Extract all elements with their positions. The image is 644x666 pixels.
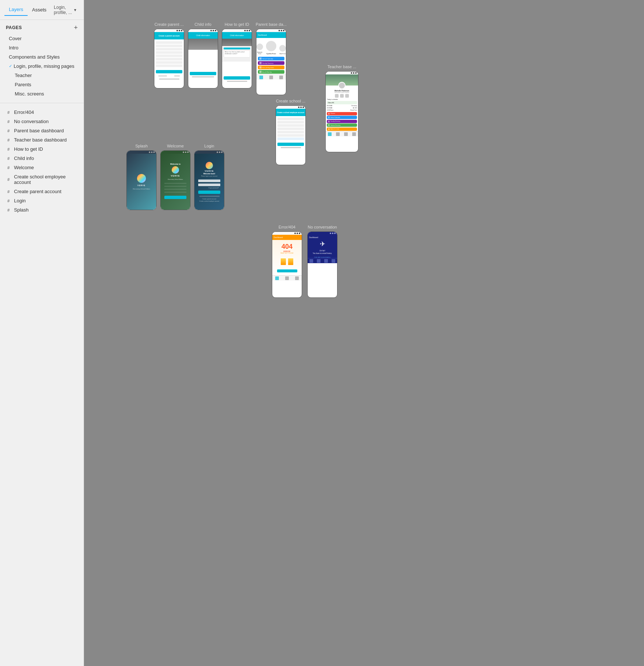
how-to-get-id-phone-group: How to get ID Child information Where Ca…	[222, 22, 252, 88]
frame-icon-10: #	[6, 198, 11, 203]
frame-icon-5: #	[6, 147, 11, 152]
middle-right-row: Create school ... Create a school employ…	[276, 99, 306, 165]
layer-create-school[interactable]: # Create school employee account	[0, 172, 84, 187]
teacher-avatar	[338, 82, 346, 89]
error404-frame: Dashboard 404 ERROR PAGE NOT FOUND	[272, 231, 302, 298]
child-info-content: Child information	[188, 32, 218, 88]
page-item-components[interactable]: Components and Styles	[6, 52, 78, 62]
how-to-get-id-label: How to get ID	[225, 22, 249, 27]
no-conversation-frame: Dashboard ✈ Oh No!!You have no email his…	[307, 231, 337, 298]
error404-label: Error/404	[279, 225, 295, 229]
login-frame: VERVE Welcome back! Please login to your…	[194, 150, 224, 210]
frame-icon: #	[6, 110, 11, 115]
signup-button	[156, 70, 182, 73]
add-page-button[interactable]: +	[74, 24, 78, 31]
child-info-header: Child information	[188, 32, 218, 39]
frame-icon-6: #	[6, 156, 11, 161]
login-label: Login	[204, 144, 214, 148]
frame-icon-7: #	[6, 165, 11, 170]
welcome-label: Welcome	[167, 144, 184, 148]
frame-icon-8: #	[6, 177, 11, 182]
frame-icon-4: #	[6, 137, 11, 143]
frame-icon-2: #	[6, 119, 11, 124]
page-item-misc[interactable]: Misc. screens	[6, 89, 78, 98]
sidebar-header: Layers Assets Login, profile, ... ▾	[0, 0, 84, 20]
no-conversation-content: Dashboard ✈ Oh No!!You have no email his…	[308, 235, 337, 297]
status-bar-6	[326, 72, 358, 74]
create-parent-header: Create a parent account	[154, 32, 184, 39]
chevron-down-icon: ▾	[74, 7, 76, 13]
create-school-header: Create a school employee account	[276, 109, 305, 116]
no-conversation-label: No conversation	[308, 225, 337, 229]
breadcrumb-text: Login, profile, ...	[54, 5, 73, 15]
faculty-directory-btn: Faculty Directory	[258, 61, 284, 65]
layer-child-info[interactable]: # Child info	[0, 154, 84, 163]
layer-splash[interactable]: # Splash	[0, 205, 84, 215]
create-parent-frame: Create a parent account	[154, 29, 184, 88]
child-info-frame: Child information	[188, 29, 218, 88]
splash-app-name: VERVE	[137, 184, 146, 186]
school-calendar-btn: School Calendar	[258, 57, 284, 60]
teacher-dashboard-content: Michelle Patterson Information about tea…	[326, 74, 358, 152]
status-bar-2	[188, 29, 218, 32]
create-school-label: Create school ...	[276, 99, 305, 103]
main-canvas[interactable]: Create parent ... Create a parent accoun…	[84, 0, 644, 666]
top-row: Create parent ... Create a parent accoun…	[154, 22, 287, 95]
child-info-label: Child info	[195, 22, 211, 27]
create-parent-content: Create a parent account	[154, 32, 184, 88]
error-nav-bar	[272, 275, 302, 280]
parent-dashboard-frame: Dashboard Elizabeth Frost Cynthia Frost	[256, 29, 286, 95]
error-404-text: 404	[281, 243, 293, 251]
error404-phone-group: Error/404 Dashboard 404 ERROR PAGE NOT F…	[272, 225, 302, 298]
layer-welcome[interactable]: # Welcome	[0, 163, 84, 172]
teacher-dashboard-phone-group: Teacher base ... Michelle Patterson Info…	[325, 64, 358, 152]
page-item-login-profile[interactable]: ✓ Login, profile, missing pages	[6, 62, 78, 71]
divider-1	[0, 103, 84, 103]
layer-error404[interactable]: # Error/404	[0, 108, 84, 117]
create-parent-label: Create parent ...	[154, 22, 184, 27]
layer-create-parent[interactable]: # Create parent account	[0, 187, 84, 196]
splash-background: VERVE Elementary School Edition	[127, 154, 156, 210]
assets-tab[interactable]: Assets	[28, 4, 51, 15]
splash-status	[127, 151, 156, 154]
parent-dashboard-phone-group: Parent base da... Dashboard Elizabeth Fr…	[256, 22, 287, 95]
status-bar-3	[222, 29, 252, 32]
pages-header: Pages +	[6, 24, 78, 31]
login-status	[195, 151, 224, 154]
fees-payments-btn: Fees & Payments	[258, 66, 284, 69]
status-bar-5	[276, 106, 305, 109]
create-school-frame: Create a school employee account	[276, 105, 306, 165]
error-header: Dashboard	[272, 235, 302, 240]
teacher-dashboard-frame: Michelle Patterson Information about tea…	[325, 71, 358, 152]
bus-pickup-btn: Bus & Pick Up	[258, 70, 284, 74]
page-item-intro[interactable]: Intro	[6, 43, 78, 52]
how-to-get-id-frame: Child information Where Can I find my ch…	[222, 29, 252, 88]
welcome-frame: Welcome to VERVE Elementary School Editi…	[160, 150, 190, 210]
page-item-teacher[interactable]: Teacher	[6, 71, 78, 80]
layers-tab[interactable]: Layers	[4, 4, 28, 16]
no-conv-nav-bar	[308, 258, 337, 263]
welcome-status	[161, 151, 190, 154]
layer-how-to-get-id[interactable]: # How to get ID	[0, 144, 84, 154]
page-item-cover[interactable]: Cover	[6, 34, 78, 43]
welcome-phone-group: Welcome Welcome to VERVE Elementary Scho…	[160, 144, 190, 210]
create-parent-phone-group: Create parent ... Create a parent accoun…	[154, 22, 184, 88]
teacher-nav-bar	[326, 131, 358, 136]
layer-teacher-dashboard[interactable]: # Teacher base dashboard	[0, 135, 84, 144]
layer-login[interactable]: # Login	[0, 196, 84, 205]
no-conversation-phone-group: No conversation Dashboard ✈ Oh No!!You h…	[307, 225, 337, 298]
bottom-right-row: Error/404 Dashboard 404 ERROR PAGE NOT F…	[272, 225, 337, 298]
pages-title: Pages	[6, 25, 22, 30]
layer-parent-dashboard[interactable]: # Parent base dashboard	[0, 126, 84, 135]
layer-no-conversation[interactable]: # No conversation	[0, 117, 84, 126]
no-conv-background: ✈ Oh No!!You have no email history. Lets…	[308, 240, 337, 258]
page-item-parents[interactable]: Parents	[6, 80, 78, 89]
splash-frame: VERVE Elementary School Edition	[126, 150, 157, 210]
status-bar-4	[256, 29, 286, 32]
create-school-content: Create a school employee account	[276, 109, 305, 165]
error-status	[272, 232, 302, 235]
splash-label: Splash	[135, 144, 148, 148]
child-info-phone-group: Child info Child information	[188, 22, 218, 88]
bottom-left-row: Splash VERVE Elementary School Edition W…	[126, 144, 224, 210]
splash-logo	[137, 174, 146, 183]
